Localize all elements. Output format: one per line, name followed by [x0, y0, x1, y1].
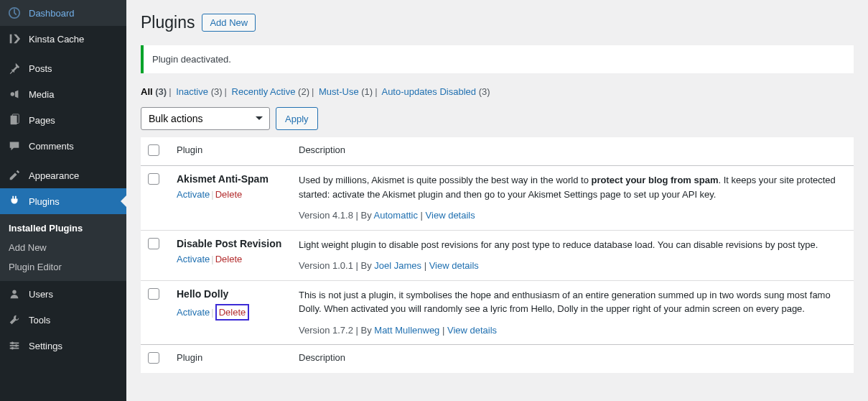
svg-point-1	[11, 92, 14, 96]
activate-link[interactable]: Activate	[177, 189, 210, 200]
plugin-name: Akismet Anti-Spam	[177, 173, 269, 185]
plugins-table: Plugin Description Akismet Anti-Spam Act…	[141, 137, 854, 373]
sidebar-label: Appearance	[29, 170, 79, 181]
tools-icon	[7, 313, 22, 327]
author-link[interactable]: Joel James	[374, 260, 421, 271]
delete-link[interactable]: Delete	[215, 254, 243, 264]
delete-highlight: Delete	[215, 304, 250, 321]
sidebar-label: Media	[29, 89, 54, 100]
notice-text: Plugin deactivated.	[152, 54, 231, 65]
filter-must-use[interactable]: Must-Use (1)	[319, 86, 373, 97]
sidebar-item-dashboard[interactable]: Dashboard	[0, 0, 126, 26]
sidebar-item-users[interactable]: Users	[0, 281, 126, 307]
plugin-meta: Version 1.0.1 | By Joel James | View det…	[299, 259, 846, 273]
sidebar-label: Posts	[29, 63, 52, 74]
svg-point-10	[11, 347, 14, 350]
table-row: Disable Post Revision Activate|Delete Li…	[141, 230, 854, 280]
dashboard-icon	[7, 6, 22, 20]
sidebar-label: Users	[29, 289, 53, 300]
delete-link[interactable]: Delete	[219, 307, 246, 318]
kinsta-icon	[7, 32, 22, 46]
submenu-add-new[interactable]: Add New	[0, 238, 126, 257]
svg-point-9	[15, 344, 18, 347]
sidebar-label: Pages	[29, 115, 55, 126]
author-link[interactable]: Matt Mullenweg	[374, 325, 439, 336]
sidebar-submenu: Installed Plugins Add New Plugin Editor	[0, 214, 126, 281]
row-checkbox[interactable]	[148, 173, 159, 185]
select-all-bottom[interactable]	[148, 352, 159, 364]
filter-inactive[interactable]: Inactive (3)	[176, 86, 222, 97]
plugin-status-filters: All (3)| Inactive (3)| Recently Active (…	[141, 86, 854, 97]
submenu-installed-plugins[interactable]: Installed Plugins	[0, 218, 126, 238]
column-description[interactable]: Description	[291, 137, 854, 166]
apply-button[interactable]: Apply	[276, 107, 318, 130]
view-details-link[interactable]: View details	[429, 260, 479, 271]
sidebar-label: Dashboard	[29, 8, 75, 19]
submenu-plugin-editor[interactable]: Plugin Editor	[0, 257, 126, 277]
appearance-icon	[7, 168, 22, 183]
sidebar-item-plugins[interactable]: Plugins	[0, 188, 126, 214]
row-checkbox[interactable]	[148, 288, 159, 300]
svg-point-4	[12, 290, 16, 294]
sidebar-label: Kinsta Cache	[29, 34, 84, 45]
sidebar-label: Tools	[29, 315, 50, 326]
sidebar-label: Plugins	[29, 196, 60, 207]
activate-link[interactable]: Activate	[177, 254, 210, 264]
filter-all[interactable]: All (3)	[141, 86, 167, 97]
pages-icon	[7, 113, 22, 127]
sidebar-item-pages[interactable]: Pages	[0, 107, 126, 133]
plugin-description: Light weight plugin to disable post revi…	[299, 239, 818, 250]
notice-success: Plugin deactivated.	[141, 45, 854, 73]
sidebar-item-settings[interactable]: Settings	[0, 333, 126, 359]
comments-icon	[7, 139, 22, 153]
sidebar-label: Comments	[29, 141, 74, 152]
sidebar-item-appearance[interactable]: Appearance	[0, 162, 126, 188]
main-content: Plugins Add New Plugin deactivated. All …	[126, 0, 868, 401]
bulk-action-select[interactable]: Bulk actions	[141, 107, 270, 130]
page-title: Plugins	[141, 13, 195, 32]
column-description-foot[interactable]: Description	[291, 345, 854, 374]
plugin-meta: Version 1.7.2 | By Matt Mullenweg | View…	[299, 323, 846, 338]
filter-auto-updates-disabled[interactable]: Auto-updates Disabled (3)	[381, 86, 490, 97]
svg-point-8	[11, 342, 14, 345]
plugin-description: This is not just a plugin, it symbolises…	[299, 290, 831, 315]
plugin-name: Hello Dolly	[177, 288, 228, 300]
add-new-button[interactable]: Add New	[202, 14, 256, 32]
delete-link[interactable]: Delete	[215, 189, 243, 200]
pin-icon	[7, 61, 22, 75]
author-link[interactable]: Automattic	[374, 210, 418, 221]
sidebar-item-media[interactable]: Media	[0, 81, 126, 107]
activate-link[interactable]: Activate	[177, 307, 210, 318]
row-checkbox[interactable]	[148, 238, 159, 249]
view-details-link[interactable]: View details	[426, 210, 475, 221]
sidebar-item-posts[interactable]: Posts	[0, 55, 126, 81]
column-plugin[interactable]: Plugin	[169, 137, 291, 166]
plugin-meta: Version 4.1.8 | By Automattic | View det…	[299, 208, 846, 223]
plugin-description: Used by millions, Akismet is quite possi…	[299, 175, 836, 200]
settings-icon	[7, 338, 22, 353]
sidebar-item-tools[interactable]: Tools	[0, 307, 126, 333]
media-icon	[7, 87, 22, 101]
table-row: Akismet Anti-Spam Activate|Delete Used b…	[141, 166, 854, 231]
view-details-link[interactable]: View details	[447, 325, 497, 336]
table-row: Hello Dolly Activate|Delete This is not …	[141, 280, 854, 345]
plugins-icon	[7, 194, 22, 208]
sidebar-item-comments[interactable]: Comments	[0, 133, 126, 159]
admin-sidebar: Dashboard Kinsta Cache Posts Media Pages…	[0, 0, 126, 401]
filter-recently-active[interactable]: Recently Active (2)	[232, 86, 309, 97]
sidebar-label: Settings	[29, 341, 62, 351]
plugin-name: Disable Post Revision	[177, 238, 281, 249]
select-all-top[interactable]	[148, 144, 159, 156]
sidebar-item-kinsta[interactable]: Kinsta Cache	[0, 26, 126, 52]
users-icon	[7, 287, 22, 301]
column-plugin-foot[interactable]: Plugin	[169, 345, 291, 374]
